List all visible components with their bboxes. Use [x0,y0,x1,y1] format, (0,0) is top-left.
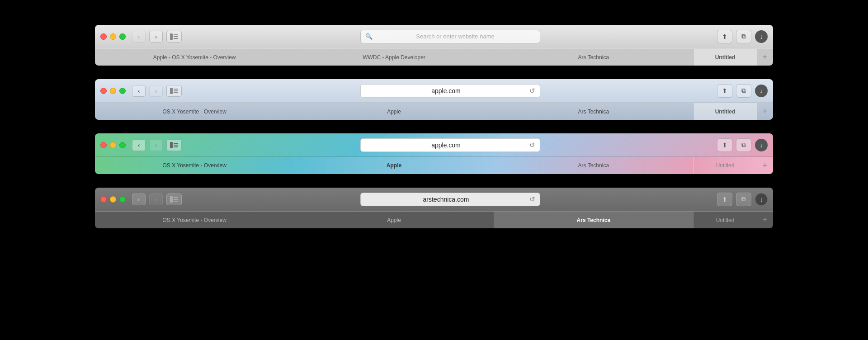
tab-bar-2: OS X Yosemite - Overview Apple Ars Techn… [95,103,773,120]
new-tab-overview-button[interactable]: ⧉ [736,138,751,152]
close-button[interactable] [100,196,107,203]
sidebar-toggle-button[interactable] [166,194,182,205]
maximize-button[interactable] [119,33,126,40]
url-value-3: apple.com [365,142,526,149]
reload-icon-2[interactable]: ↺ [529,87,535,95]
traffic-lights-4 [100,196,126,203]
browser-window-4: ‹ › arstechnica.com ↺ ⬆ ⧉ ↓ OS X Yosemit… [95,188,773,228]
tab-3-1[interactable]: Apple [294,212,494,228]
tab-bar-4: OS X Yosemite - Overview Apple Ars Techn… [95,211,773,228]
tab-0-0[interactable]: Apple - OS X Yosemite - Overview [95,49,294,66]
url-bar-1[interactable]: 🔍 Search or enter website name [360,30,540,43]
traffic-lights-1 [100,33,126,40]
new-tab-overview-button[interactable]: ⧉ [736,30,751,43]
toolbar-3: ‹ › apple.com ↺ ⬆ ⧉ ↓ [95,133,773,157]
tab-2-0[interactable]: OS X Yosemite - Overview [95,157,294,174]
minimize-button[interactable] [110,196,116,203]
browser-window-3: ‹ › apple.com ↺ ⬆ ⧉ ↓ OS X Yosemite - Ov… [95,133,773,174]
maximize-button[interactable] [119,196,126,203]
tab-1-0[interactable]: OS X Yosemite - Overview [95,103,294,120]
sidebar-toggle-button[interactable] [166,85,182,97]
tab-3-3[interactable]: Untitled [693,212,757,228]
forward-button[interactable]: › [149,139,163,151]
tab-0-2[interactable]: Ars Technica [494,49,693,66]
download-button[interactable]: ↓ [755,193,768,206]
download-button[interactable]: ↓ [755,85,768,97]
minimize-button[interactable] [110,88,116,94]
back-button[interactable]: ‹ [132,194,146,205]
toolbar-2: ‹ › apple.com ↺ ⬆ ⧉ ↓ [95,79,773,103]
tab-0-1[interactable]: WWDC - Apple Developer [294,49,494,66]
traffic-lights-3 [100,142,126,148]
tab-2-3[interactable]: Untitled [693,157,757,174]
forward-button[interactable]: › [149,85,163,97]
url-value-4: arstechnica.com [365,196,526,203]
search-icon: 🔍 [365,33,373,40]
url-bar-3[interactable]: apple.com ↺ [360,138,540,152]
share-button[interactable]: ⬆ [717,84,732,98]
maximize-button[interactable] [119,142,126,148]
share-button[interactable]: ⬆ [717,193,732,206]
sidebar-toggle-button[interactable] [166,31,182,42]
toolbar-right-1: ⬆ ⧉ ↓ [717,30,768,43]
tab-bar-1: Apple - OS X Yosemite - Overview WWDC - … [95,48,773,66]
tab-1-3[interactable]: Untitled [693,103,757,120]
tab-bar-3: OS X Yosemite - Overview Apple Ars Techn… [95,157,773,174]
toolbar-right-4: ⬆ ⧉ ↓ [717,193,768,206]
browser-window-2: ‹ › apple.com ↺ ⬆ ⧉ ↓ OS X Yosemite - Ov… [95,79,773,120]
new-tab-overview-button[interactable]: ⧉ [736,193,751,206]
share-button[interactable]: ⬆ [717,30,732,43]
toolbar-1: ‹ › 🔍 Search or enter website name ⬆ ⧉ ↓ [95,25,773,48]
minimize-button[interactable] [110,33,116,40]
tab-3-0[interactable]: OS X Yosemite - Overview [95,212,294,228]
share-button[interactable]: ⬆ [717,138,732,152]
close-button[interactable] [100,88,107,94]
download-button[interactable]: ↓ [755,139,768,151]
tab-2-2[interactable]: Ars Technica [494,157,693,174]
url-bar-2[interactable]: apple.com ↺ [360,84,540,98]
back-button[interactable]: ‹ [132,139,146,151]
tab-2-1[interactable]: Apple [294,157,494,174]
add-tab-button-3[interactable]: + [757,157,773,174]
traffic-lights-2 [100,88,126,94]
close-button[interactable] [100,142,107,148]
minimize-button[interactable] [110,142,116,148]
toolbar-right-2: ⬆ ⧉ ↓ [717,84,768,98]
url-value-2: apple.com [365,87,526,94]
browser-window-1: ‹ › 🔍 Search or enter website name ⬆ ⧉ ↓ [95,25,773,66]
reload-icon-4[interactable]: ↺ [529,195,535,203]
new-tab-overview-button[interactable]: ⧉ [736,84,751,98]
url-bar-4[interactable]: arstechnica.com ↺ [360,193,540,206]
close-button[interactable] [100,33,107,40]
download-button[interactable]: ↓ [755,30,768,43]
add-tab-button-4[interactable]: + [757,212,773,228]
tab-1-2[interactable]: Ars Technica [494,103,693,120]
toolbar-4: ‹ › arstechnica.com ↺ ⬆ ⧉ ↓ [95,188,773,211]
url-placeholder: Search or enter website name [375,33,535,40]
tab-3-2[interactable]: Ars Technica [494,212,693,228]
sidebar-toggle-button[interactable] [166,139,182,151]
maximize-button[interactable] [119,88,126,94]
forward-button[interactable]: › [149,194,163,205]
reload-icon-3[interactable]: ↺ [529,141,535,149]
tab-0-3[interactable]: Untitled [693,49,757,66]
tab-1-1[interactable]: Apple [294,103,494,120]
back-button[interactable]: ‹ [132,31,146,42]
forward-button[interactable]: › [149,31,163,42]
back-button[interactable]: ‹ [132,85,146,97]
add-tab-button-1[interactable]: + [757,49,773,66]
toolbar-right-3: ⬆ ⧉ ↓ [717,138,768,152]
add-tab-button-2[interactable]: + [757,103,773,120]
